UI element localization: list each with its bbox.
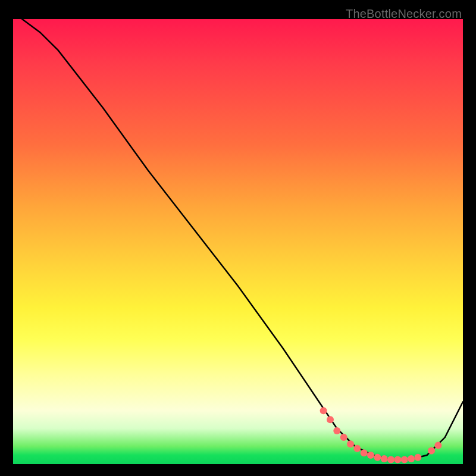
curve-svg [13,19,463,464]
highlight-dot [381,455,388,462]
highlight-dot [320,407,327,414]
highlight-dot [428,447,435,455]
highlight-dot [327,416,334,423]
highlight-dot [340,434,347,441]
highlight-dot [434,442,441,449]
highlight-dot [361,449,368,456]
highlight-dots [320,407,442,463]
chart-frame: TheBottleNecker.com [6,6,470,470]
highlight-dot [367,452,374,459]
highlight-dot [414,454,421,461]
highlight-dot [374,454,381,461]
plot-area [13,19,463,464]
bottleneck-curve [22,19,463,460]
highlight-dot [394,456,401,464]
highlight-dot [408,455,415,462]
highlight-dot [387,456,394,464]
highlight-dot [347,440,354,447]
highlight-dot [401,456,408,464]
highlight-dot [333,427,340,434]
highlight-dot [353,445,361,452]
